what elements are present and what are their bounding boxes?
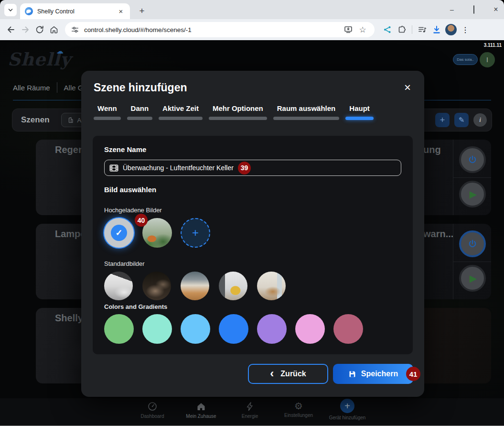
standard-image-armchair[interactable] <box>219 272 247 300</box>
power-icon <box>467 239 478 249</box>
tab-alle-raeume[interactable]: Alle Räume <box>13 84 50 92</box>
standard-image-bedroom-dark[interactable] <box>142 272 171 300</box>
scene-name-input[interactable]: Überwachung - Luftentfeuchter Keller 39 <box>104 160 401 176</box>
tab-title: Shelly Control <box>37 8 117 15</box>
download-icon[interactable] <box>429 22 444 37</box>
upload-image-button[interactable]: + <box>181 218 210 248</box>
standard-image-kitchen[interactable] <box>181 272 209 300</box>
bottom-nav: Dashboard Mein Zuhause Energie ⚙ Einstel… <box>0 398 504 426</box>
uploaded-image-selected[interactable]: ✓ 40 <box>104 218 134 248</box>
reload-button[interactable] <box>32 22 47 37</box>
extensions-icon[interactable] <box>395 22 409 37</box>
url-text[interactable]: control.shelly.cloud/#/home/scenes/-1 <box>84 26 341 33</box>
toolbar-divider <box>412 25 412 34</box>
edit-scenes-button[interactable]: ✎ <box>454 113 469 127</box>
gear-icon: ⚙ <box>294 401 303 411</box>
building-icon <box>67 117 74 123</box>
maximize-button[interactable] <box>470 6 478 13</box>
browser-tab-shelly-control[interactable]: Shelly Control × <box>20 3 130 19</box>
color-swatch-skyblue[interactable] <box>181 314 210 344</box>
new-tab-button[interactable]: + <box>136 5 148 17</box>
uploaded-images-label: Hochgeladene Bilder <box>104 207 162 214</box>
standard-image-bedroom-light[interactable] <box>104 272 133 300</box>
modal-close-icon[interactable]: × <box>404 82 411 93</box>
tab-close-icon[interactable]: × <box>117 7 125 16</box>
color-swatch-purple[interactable] <box>257 314 287 344</box>
home-icon <box>196 401 206 412</box>
scene-play-button[interactable]: ▶ <box>459 181 486 208</box>
app-version: 3.111.11 <box>484 43 502 48</box>
user-pill-badge[interactable]: Das sola.. <box>453 54 478 65</box>
chevron-down-icon <box>8 7 13 13</box>
install-app-icon[interactable] <box>341 22 355 37</box>
colors-row <box>104 314 363 344</box>
nav-label: Einstellungen <box>284 413 313 418</box>
plus-icon: + <box>192 226 199 240</box>
save-button-label: Speichern <box>361 370 398 378</box>
tab-raum-auswaehlen[interactable]: Raum auswählen <box>273 104 340 120</box>
home-button[interactable] <box>47 22 61 37</box>
color-swatch-rose[interactable] <box>333 314 363 344</box>
nav-einstellungen[interactable]: ⚙ Einstellungen <box>274 401 323 420</box>
add-device-plus-icon: + <box>340 399 354 413</box>
standard-images-row <box>104 272 286 300</box>
browser-menu-icon[interactable]: ⋮ <box>458 22 472 37</box>
scene-name-label: Szene Name <box>104 145 146 153</box>
scene-play-button[interactable]: ▶ <box>459 265 486 292</box>
tab-alle-g[interactable]: Alle G <box>64 84 84 92</box>
minimize-button[interactable]: – <box>448 6 456 13</box>
user-avatar[interactable]: I <box>480 52 495 67</box>
share-icon[interactable] <box>380 22 395 37</box>
colors-label: Colors and Gradients <box>104 303 167 310</box>
add-scene-button[interactable]: + <box>435 113 450 127</box>
color-swatch-blue[interactable] <box>219 314 248 344</box>
forward-button[interactable] <box>18 22 32 37</box>
uploaded-images-row: ✓ 40 + <box>104 218 210 248</box>
standard-image-living-room[interactable] <box>257 272 286 300</box>
add-scene-modal: Szene hinzufügen × Wenn Dann Aktive Zeit… <box>81 71 424 397</box>
nav-geraet-hinzufuegen[interactable]: + Gerät hinzufügen <box>323 401 372 420</box>
avatar <box>445 24 457 35</box>
nav-label: Gerät hinzufügen <box>329 415 366 420</box>
back-button-modal[interactable]: ‹ Zurück <box>248 364 328 384</box>
tab-aktive-zeit[interactable]: Aktive Zeit <box>159 104 203 120</box>
modal-title: Szene hinzufügen <box>94 81 187 94</box>
scene-power-button-active[interactable] <box>459 230 486 257</box>
modal-tabs: Wenn Dann Aktive Zeit Mehr Optionen Raum… <box>94 104 374 120</box>
color-swatch-mint[interactable] <box>142 314 172 344</box>
bolt-icon <box>245 401 255 412</box>
color-swatch-pink[interactable] <box>295 314 325 344</box>
standard-images-label: Standardbilder <box>104 260 145 267</box>
info-button[interactable]: i <box>473 113 487 127</box>
media-controls-icon[interactable] <box>415 22 429 37</box>
url-bar[interactable]: control.shelly.cloud/#/home/scenes/-1 ☆ <box>65 22 375 37</box>
nav-dashboard[interactable]: Dashboard <box>128 401 177 420</box>
profile-avatar[interactable] <box>444 22 458 37</box>
save-button[interactable]: Speichern <box>333 364 413 384</box>
play-icon: ▶ <box>470 188 477 200</box>
image-section-label: Bild auswählen <box>104 186 156 194</box>
annotation-badge-41: 41 <box>406 367 420 381</box>
power-icon <box>467 154 478 165</box>
nav-mein-zuhause[interactable]: Mein Zuhause <box>177 401 225 420</box>
scene-name-value[interactable]: Überwachung - Luftentfeuchter Keller <box>123 164 234 172</box>
browser-toolbar: control.shelly.cloud/#/home/scenes/-1 ☆ … <box>0 19 504 40</box>
scene-power-button[interactable] <box>459 146 486 173</box>
back-button[interactable] <box>4 22 18 37</box>
modal-content-panel: Szene Name Überwachung - Luftentfeuchter… <box>93 136 413 354</box>
scene-card-title-fragment: warn... <box>423 229 453 240</box>
tab-wenn[interactable]: Wenn <box>94 104 121 120</box>
tab-dann[interactable]: Dann <box>127 104 153 120</box>
nav-energie[interactable]: Energie <box>225 401 274 420</box>
tab-mehr-optionen[interactable]: Mehr Optionen <box>209 104 267 120</box>
tab-search-button[interactable] <box>4 4 17 16</box>
scenes-title: Szenen <box>21 115 50 125</box>
tab-haupt[interactable]: Haupt <box>345 104 374 120</box>
bookmark-star-icon[interactable]: ☆ <box>355 22 370 37</box>
chevron-left-icon: ‹ <box>270 369 274 378</box>
shelly-favicon-icon <box>25 7 33 15</box>
close-window-button[interactable]: × <box>492 5 500 14</box>
color-swatch-green[interactable] <box>104 314 134 344</box>
maximize-icon <box>473 5 474 14</box>
site-settings-icon[interactable] <box>71 25 79 34</box>
